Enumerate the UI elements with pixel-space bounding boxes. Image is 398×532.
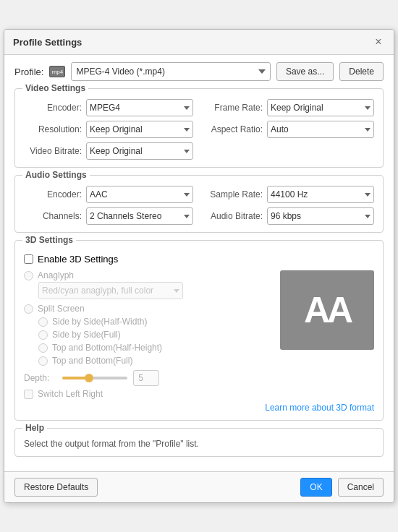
aspect-ratio-row: Aspect Ratio: Auto 16:9 4:3 bbox=[205, 121, 374, 138]
learn-more-row: Learn more about 3D format bbox=[24, 402, 374, 413]
top-bottom-half-radio[interactable] bbox=[38, 343, 48, 353]
audio-bitrate-select[interactable]: 96 kbps 128 kbps 192 kbps bbox=[267, 207, 374, 225]
dialog-footer: Restore Defaults OK Cancel bbox=[4, 471, 394, 502]
audio-settings-grid: Encoder: AAC MP3 AC3 Sample Rate: 44100 … bbox=[24, 186, 374, 225]
resolution-select[interactable]: Keep Original 1920x1080 1280x720 bbox=[86, 121, 193, 138]
audio-bitrate-label: Audio Bitrate: bbox=[205, 211, 263, 221]
switch-left-right-label: Switch Left Right bbox=[38, 389, 103, 399]
side-by-side-full-row: Side by Side(Full) bbox=[38, 330, 271, 340]
depth-value-input[interactable] bbox=[133, 370, 159, 386]
side-by-side-half-row: Side by Side(Half-Width) bbox=[38, 317, 271, 327]
save-as-button[interactable]: Save as... bbox=[276, 62, 334, 81]
audio-settings-title: Audio Settings bbox=[22, 170, 90, 180]
video-settings-section: Video Settings Encoder: MPEG4 H.264 H.26… bbox=[14, 88, 384, 168]
sample-rate-label: Sample Rate: bbox=[205, 189, 263, 200]
video-bitrate-label: Video Bitrate: bbox=[24, 146, 82, 156]
side-by-side-half-radio[interactable] bbox=[38, 317, 48, 327]
sample-rate-select[interactable]: 44100 Hz 22050 Hz 48000 Hz bbox=[267, 186, 374, 203]
aspect-ratio-label: Aspect Ratio: bbox=[205, 124, 263, 134]
enable-3d-checkbox[interactable] bbox=[24, 254, 33, 264]
split-screen-row: Split Screen bbox=[24, 304, 271, 314]
restore-defaults-button[interactable]: Restore Defaults bbox=[14, 478, 98, 497]
anaglyph-select[interactable]: Red/cyan anaglyph, full color bbox=[38, 282, 183, 299]
side-by-side-full-radio[interactable] bbox=[38, 330, 48, 340]
audio-bitrate-row: Audio Bitrate: 96 kbps 128 kbps 192 kbps bbox=[205, 207, 374, 225]
anaglyph-row: Anaglyph bbox=[24, 270, 271, 280]
enable-3d-label[interactable]: Enable 3D Settings bbox=[38, 254, 118, 265]
dialog-content: Profile: mp4 MPEG-4 Video (*.mp4) AVI MK… bbox=[4, 55, 394, 471]
3d-settings-title: 3D Settings bbox=[22, 235, 76, 245]
help-title: Help bbox=[22, 423, 47, 433]
aspect-ratio-select[interactable]: Auto 16:9 4:3 bbox=[267, 121, 374, 138]
side-by-side-full-label: Side by Side(Full) bbox=[52, 330, 121, 340]
3d-settings-section: 3D Settings Enable 3D Settings Anaglyph … bbox=[14, 240, 384, 421]
video-settings-grid: Encoder: MPEG4 H.264 H.265 Frame Rate: K… bbox=[24, 99, 374, 160]
video-bitrate-row: Video Bitrate: Keep Original 1000 kbps 2… bbox=[24, 142, 193, 160]
frame-rate-row: Frame Rate: Keep Original 24 30 60 bbox=[205, 99, 374, 116]
title-bar: Profile Settings × bbox=[4, 30, 394, 55]
3d-layout: Anaglyph Red/cyan anaglyph, full color S… bbox=[24, 270, 374, 399]
footer-right-buttons: OK Cancel bbox=[300, 478, 384, 497]
help-section: Help Select the output format from the "… bbox=[14, 428, 384, 457]
help-text: Select the output format from the "Profi… bbox=[24, 439, 374, 449]
profile-format-icon: mp4 bbox=[49, 66, 65, 77]
anaglyph-radio[interactable] bbox=[24, 271, 33, 280]
switch-left-right-checkbox[interactable] bbox=[24, 390, 33, 399]
depth-slider[interactable] bbox=[62, 377, 127, 379]
delete-button[interactable]: Delete bbox=[339, 62, 384, 81]
3d-preview: AA bbox=[280, 270, 374, 350]
split-screen-label: Split Screen bbox=[38, 304, 85, 314]
top-bottom-full-label: Top and Bottom(Full) bbox=[52, 356, 132, 366]
audio-encoder-label: Encoder: bbox=[24, 189, 82, 200]
profile-row: Profile: mp4 MPEG-4 Video (*.mp4) AVI MK… bbox=[14, 62, 384, 81]
resolution-label: Resolution: bbox=[24, 124, 82, 134]
split-screen-radio[interactable] bbox=[24, 304, 33, 314]
preview-text: AA bbox=[304, 289, 350, 331]
audio-encoder-select[interactable]: AAC MP3 AC3 bbox=[86, 186, 193, 203]
encoder-label: Encoder: bbox=[24, 103, 82, 113]
3d-options-left: Anaglyph Red/cyan anaglyph, full color S… bbox=[24, 270, 271, 399]
learn-more-link[interactable]: Learn more about 3D format bbox=[265, 403, 374, 413]
top-bottom-half-label: Top and Bottom(Half-Height) bbox=[52, 343, 162, 353]
video-settings-title: Video Settings bbox=[22, 83, 88, 93]
encoder-row: Encoder: MPEG4 H.264 H.265 bbox=[24, 99, 193, 116]
dialog-title: Profile Settings bbox=[13, 37, 82, 48]
ok-button[interactable]: OK bbox=[300, 478, 331, 497]
anaglyph-label: Anaglyph bbox=[38, 270, 74, 280]
profile-label: Profile: bbox=[14, 66, 43, 77]
channels-row: Channels: 2 Channels Stereo Mono 5.1 Sur… bbox=[24, 207, 193, 225]
cancel-button[interactable]: Cancel bbox=[338, 478, 384, 497]
channels-select[interactable]: 2 Channels Stereo Mono 5.1 Surround bbox=[86, 207, 193, 225]
split-options-group: Side by Side(Half-Width) Side by Side(Fu… bbox=[38, 317, 271, 366]
video-bitrate-select[interactable]: Keep Original 1000 kbps 2000 kbps bbox=[86, 142, 193, 160]
profile-select[interactable]: MPEG-4 Video (*.mp4) AVI MKV MOV bbox=[71, 62, 270, 81]
depth-row: Depth: bbox=[24, 370, 271, 386]
resolution-row: Resolution: Keep Original 1920x1080 1280… bbox=[24, 121, 193, 138]
encoder-select[interactable]: MPEG4 H.264 H.265 bbox=[86, 99, 193, 116]
audio-encoder-row: Encoder: AAC MP3 AC3 bbox=[24, 186, 193, 203]
top-bottom-full-row: Top and Bottom(Full) bbox=[38, 356, 271, 366]
side-by-side-half-label: Side by Side(Half-Width) bbox=[52, 317, 147, 327]
dialog: Profile Settings × Profile: mp4 MPEG-4 V… bbox=[4, 29, 394, 503]
depth-label: Depth: bbox=[24, 373, 56, 383]
frame-rate-select[interactable]: Keep Original 24 30 60 bbox=[267, 99, 374, 116]
sample-rate-row: Sample Rate: 44100 Hz 22050 Hz 48000 Hz bbox=[205, 186, 374, 203]
enable-3d-row: Enable 3D Settings bbox=[24, 254, 374, 265]
audio-settings-section: Audio Settings Encoder: AAC MP3 AC3 Samp… bbox=[14, 175, 384, 233]
switch-left-right-row: Switch Left Right bbox=[24, 389, 271, 399]
top-bottom-full-radio[interactable] bbox=[38, 356, 48, 366]
close-button[interactable]: × bbox=[372, 35, 385, 48]
frame-rate-label: Frame Rate: bbox=[205, 103, 263, 113]
top-bottom-half-row: Top and Bottom(Half-Height) bbox=[38, 343, 271, 353]
channels-label: Channels: bbox=[24, 211, 82, 221]
